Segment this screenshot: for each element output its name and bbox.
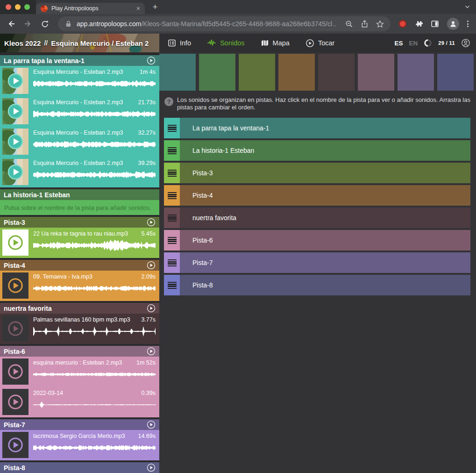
clip-filename: 09. Temaeva - Iva.mp3	[33, 273, 92, 280]
track-section: Pista-7lacrimosa Sergio García Merlo.mp3…	[0, 419, 159, 460]
lock-icon[interactable]	[64, 20, 72, 28]
clip-thumbnail[interactable]	[2, 98, 28, 124]
nav-tab-mapa[interactable]: Mapa	[261, 39, 290, 47]
drag-handle[interactable]	[164, 252, 180, 273]
track-row[interactable]: Pista-3	[164, 163, 470, 183]
drag-handle[interactable]	[164, 230, 180, 251]
track-section: Pista-8	[0, 462, 159, 473]
track-play-button[interactable]	[147, 261, 156, 270]
clip-thumbnail[interactable]	[2, 389, 28, 415]
address-bar[interactable]: app.antropoloops.com/Kleos-Santa-Marina/…	[58, 16, 391, 31]
clip-play-icon[interactable]	[7, 164, 24, 180]
tab-search-chevron-icon[interactable]	[464, 4, 470, 10]
clip-play-icon[interactable]	[7, 320, 24, 337]
track-section-header[interactable]: La parra tapa la ventana-1	[0, 55, 159, 66]
clip-filename: Esquina Mercurio - Esteban 2.mp3	[33, 129, 123, 136]
extensions-puzzle-icon[interactable]	[414, 20, 423, 28]
audio-clip[interactable]: esquina mercurio : Esteban 2.mp31m 52s	[0, 357, 159, 387]
clip-thumbnail[interactable]	[2, 229, 28, 256]
audio-clip[interactable]: 09. Temaeva - Iva.mp32.09s	[0, 271, 159, 301]
clip-play-icon[interactable]	[7, 133, 24, 150]
clip-thumbnail[interactable]	[2, 159, 28, 185]
browser-menu-icon[interactable]	[467, 21, 469, 27]
clip-play-icon[interactable]	[7, 277, 24, 294]
profile-avatar[interactable]	[447, 18, 459, 30]
clip-thumbnail[interactable]	[2, 358, 28, 385]
drag-handle-icon	[168, 237, 177, 244]
clip-thumbnail[interactable]	[2, 272, 28, 299]
clip-thumbnail[interactable]	[2, 315, 28, 342]
track-section-header[interactable]: Pista-3	[0, 217, 159, 228]
drag-handle[interactable]	[164, 185, 180, 206]
audio-clip[interactable]: Esquina Mercurio - Esteban 2.mp332.27s	[0, 127, 159, 157]
track-name: La historia-1 Esteban	[4, 191, 156, 199]
track-row[interactable]: Pista-8	[164, 275, 470, 295]
track-section-header[interactable]: Pista-7	[0, 419, 159, 430]
language-es-button[interactable]: ES	[394, 40, 403, 47]
track-row[interactable]: La historia-1 Esteban	[164, 140, 470, 161]
breadcrumb-project-link[interactable]: Kleos 2022	[4, 39, 41, 47]
clip-play-icon[interactable]	[7, 394, 24, 410]
track-name: Pista-6	[4, 348, 147, 355]
zoom-window-button[interactable]	[24, 4, 30, 10]
bookmark-star-icon[interactable]	[376, 20, 384, 28]
reload-button[interactable]	[38, 17, 51, 30]
account-icon[interactable]	[461, 38, 470, 48]
nav-tab-sonidos[interactable]: Sonidos	[207, 39, 244, 47]
language-en-button[interactable]: EN	[409, 40, 418, 47]
drag-handle[interactable]	[164, 163, 180, 183]
track-play-button[interactable]	[147, 420, 156, 429]
track-play-button[interactable]	[147, 463, 156, 472]
track-section-header[interactable]: nuertra favorita	[0, 303, 159, 314]
track-section-header[interactable]: Pista-4	[0, 260, 159, 271]
minimize-window-button[interactable]	[15, 4, 21, 10]
forward-button[interactable]	[21, 17, 35, 30]
drag-handle[interactable]	[164, 140, 180, 161]
zoom-out-icon[interactable]	[345, 20, 353, 28]
tab-close-icon[interactable]: ×	[136, 5, 140, 12]
clip-duration: 1m 4s	[140, 69, 156, 75]
clip-play-icon[interactable]	[7, 437, 24, 453]
track-section-header[interactable]: La historia-1 Esteban	[0, 189, 159, 200]
track-play-button[interactable]	[147, 56, 156, 65]
browser-tab[interactable]: Play Antropoloops ×	[36, 3, 145, 14]
nav-tab-tocar[interactable]: Tocar	[305, 39, 334, 48]
audio-clip[interactable]: 22 Ua reka te tagnia to rau niau.mp35.45…	[0, 228, 159, 258]
clip-play-icon[interactable]	[7, 363, 24, 380]
clip-play-icon[interactable]	[7, 234, 24, 251]
drag-handle[interactable]	[164, 208, 180, 228]
track-play-button[interactable]	[147, 218, 156, 227]
clip-play-icon[interactable]	[7, 72, 24, 89]
clip-duration: 3.77s	[141, 316, 156, 323]
track-row[interactable]: nuertra favorita	[164, 208, 470, 228]
side-panel-icon[interactable]	[431, 20, 439, 28]
back-button[interactable]	[5, 17, 18, 30]
track-row[interactable]: Pista-7	[164, 252, 470, 273]
clip-filename: Esquina Mercurio - Esteban 2.mp3	[33, 99, 123, 106]
recording-extension-icon[interactable]	[400, 21, 405, 27]
clip-play-icon[interactable]	[7, 103, 24, 120]
audio-clip[interactable]: Esquina Mercurio - Esteban 2.mp321.73s	[0, 96, 159, 127]
track-row[interactable]: Pista-4	[164, 185, 470, 206]
track-section-header[interactable]: Pista-8	[0, 462, 159, 473]
new-tab-button[interactable]: +	[149, 1, 161, 13]
track-play-button[interactable]	[147, 304, 156, 313]
audio-clip[interactable]: lacrimosa Sergio García Merlo.mp314.69s	[0, 430, 159, 460]
track-section-header[interactable]: Pista-6	[0, 346, 159, 357]
track-play-button[interactable]	[147, 347, 156, 356]
close-window-button[interactable]	[6, 4, 11, 10]
drag-handle[interactable]	[164, 275, 180, 295]
clip-thumbnail[interactable]	[2, 432, 28, 458]
track-row[interactable]: La parra tapa la ventana-1	[164, 118, 470, 138]
track-row[interactable]: Pista-6	[164, 230, 470, 251]
drag-handle[interactable]	[164, 118, 180, 138]
clip-thumbnail[interactable]	[2, 68, 28, 94]
drag-handle-icon	[168, 147, 177, 154]
audio-clip[interactable]: Esquina Mercurio - Esteban 2.mp31m 4s	[0, 66, 159, 96]
nav-tab-info[interactable]: Info	[168, 39, 191, 47]
clip-thumbnail[interactable]	[2, 129, 28, 155]
audio-clip[interactable]: Esquina Mercurio - Esteban 2.mp339.29s	[0, 157, 159, 187]
share-icon[interactable]	[361, 20, 369, 28]
audio-clip[interactable]: 2022-03-140.39s	[0, 387, 159, 417]
audio-clip[interactable]: Palmas sevillanas 160 bpm mp3.mp33.77s	[0, 314, 159, 344]
